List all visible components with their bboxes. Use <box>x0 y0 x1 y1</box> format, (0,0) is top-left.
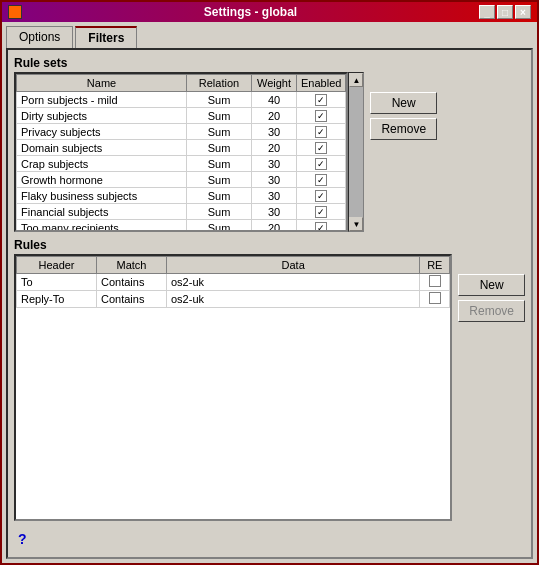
rule-set-name: Financial subjects <box>17 204 187 220</box>
rules-col-re: RE <box>420 257 450 274</box>
col-name: Name <box>17 75 187 92</box>
rule-sets-remove-button[interactable]: Remove <box>370 118 437 140</box>
title-bar: Settings - global _ □ × <box>2 2 537 22</box>
rule-sets-table: Name Relation Weight Enabled Porn subjec… <box>16 74 346 232</box>
scroll-up-arrow[interactable]: ▲ <box>349 73 363 87</box>
scroll-down-arrow[interactable]: ▼ <box>349 217 363 231</box>
rule-re[interactable] <box>420 274 450 291</box>
rule-set-name: Flaky business subjects <box>17 188 187 204</box>
rule-set-weight: 20 <box>252 108 297 124</box>
rule-set-name: Privacy subjects <box>17 124 187 140</box>
rules-section: Rules Header Match Data RE T <box>14 238 525 521</box>
rule-sets-table-wrapper: Name Relation Weight Enabled Porn subjec… <box>14 72 348 232</box>
checkbox[interactable] <box>429 275 441 287</box>
rule-set-name: Growth hormone <box>17 172 187 188</box>
rule-set-relation: Sum <box>187 188 252 204</box>
rule-set-row[interactable]: Domain subjectsSum20 <box>17 140 346 156</box>
minimize-button[interactable]: _ <box>479 5 495 19</box>
checkbox[interactable] <box>315 142 327 154</box>
settings-window: Settings - global _ □ × Options Filters … <box>0 0 539 565</box>
rule-set-enabled[interactable] <box>297 220 346 233</box>
window-controls: _ □ × <box>479 5 531 19</box>
rule-set-relation: Sum <box>187 204 252 220</box>
rules-col-data: Data <box>167 257 420 274</box>
rule-set-row[interactable]: Flaky business subjectsSum30 <box>17 188 346 204</box>
help-area: ? <box>14 527 525 551</box>
rule-header: To <box>17 274 97 291</box>
checkbox[interactable] <box>315 94 327 106</box>
checkbox[interactable] <box>315 222 327 232</box>
rule-set-relation: Sum <box>187 140 252 156</box>
checkbox[interactable] <box>315 174 327 186</box>
rule-sets-scrollbar[interactable]: ▲ ▼ <box>348 72 364 232</box>
rules-container: Header Match Data RE ToContainsos2-ukRep… <box>14 254 525 521</box>
rule-set-relation: Sum <box>187 220 252 233</box>
rule-set-relation: Sum <box>187 124 252 140</box>
tab-options[interactable]: Options <box>6 26 73 48</box>
rules-col-match: Match <box>97 257 167 274</box>
rule-set-weight: 20 <box>252 140 297 156</box>
help-icon[interactable]: ? <box>18 531 27 547</box>
scroll-track[interactable] <box>349 87 363 217</box>
rules-new-button[interactable]: New <box>458 274 525 296</box>
rules-col-header: Header <box>17 257 97 274</box>
rules-buttons: New Remove <box>458 254 525 521</box>
checkbox[interactable] <box>315 126 327 138</box>
rules-table-wrapper: Header Match Data RE ToContainsos2-ukRep… <box>14 254 452 521</box>
rule-re[interactable] <box>420 291 450 308</box>
col-relation: Relation <box>187 75 252 92</box>
rule-set-weight: 30 <box>252 204 297 220</box>
rule-set-enabled[interactable] <box>297 188 346 204</box>
app-icon <box>8 5 22 19</box>
rule-set-row[interactable]: Privacy subjectsSum30 <box>17 124 346 140</box>
title-bar-left <box>8 5 22 19</box>
rules-table: Header Match Data RE ToContainsos2-ukRep… <box>16 256 450 308</box>
rule-set-enabled[interactable] <box>297 156 346 172</box>
rule-set-weight: 30 <box>252 188 297 204</box>
col-enabled: Enabled <box>297 75 346 92</box>
rule-set-relation: Sum <box>187 92 252 108</box>
rule-match: Contains <box>97 291 167 308</box>
checkbox[interactable] <box>315 190 327 202</box>
rule-sets-new-button[interactable]: New <box>370 92 437 114</box>
rule-set-row[interactable]: Financial subjectsSum30 <box>17 204 346 220</box>
rule-set-enabled[interactable] <box>297 140 346 156</box>
rule-set-enabled[interactable] <box>297 172 346 188</box>
rule-set-weight: 40 <box>252 92 297 108</box>
rule-sets-table-scroll: Name Relation Weight Enabled Porn subjec… <box>14 72 364 232</box>
rule-row[interactable]: ToContainsos2-uk <box>17 274 450 291</box>
rules-label: Rules <box>14 238 525 252</box>
rule-match: Contains <box>97 274 167 291</box>
rule-sets-label: Rule sets <box>14 56 525 70</box>
rule-set-name: Domain subjects <box>17 140 187 156</box>
rule-set-relation: Sum <box>187 172 252 188</box>
rule-set-enabled[interactable] <box>297 92 346 108</box>
rules-remove-button[interactable]: Remove <box>458 300 525 322</box>
rule-sets-container: Name Relation Weight Enabled Porn subjec… <box>14 72 525 232</box>
rule-set-weight: 30 <box>252 124 297 140</box>
rule-set-enabled[interactable] <box>297 204 346 220</box>
rule-set-weight: 20 <box>252 220 297 233</box>
rule-data: os2-uk <box>167 274 420 291</box>
close-button[interactable]: × <box>515 5 531 19</box>
rule-set-row[interactable]: Crap subjectsSum30 <box>17 156 346 172</box>
checkbox[interactable] <box>315 110 327 122</box>
tab-filters[interactable]: Filters <box>75 26 137 48</box>
rule-set-enabled[interactable] <box>297 124 346 140</box>
rule-set-weight: 30 <box>252 156 297 172</box>
rule-set-name: Porn subjects - mild <box>17 92 187 108</box>
rule-set-row[interactable]: Dirty subjectsSum20 <box>17 108 346 124</box>
col-weight: Weight <box>252 75 297 92</box>
rule-set-row[interactable]: Too many recipientsSum20 <box>17 220 346 233</box>
rule-row[interactable]: Reply-ToContainsos2-uk <box>17 291 450 308</box>
rule-set-relation: Sum <box>187 156 252 172</box>
rule-set-enabled[interactable] <box>297 108 346 124</box>
checkbox[interactable] <box>315 158 327 170</box>
rule-data: os2-uk <box>167 291 420 308</box>
rule-set-row[interactable]: Porn subjects - mildSum40 <box>17 92 346 108</box>
rule-set-row[interactable]: Growth hormoneSum30 <box>17 172 346 188</box>
checkbox[interactable] <box>429 292 441 304</box>
maximize-button[interactable]: □ <box>497 5 513 19</box>
checkbox[interactable] <box>315 206 327 218</box>
rule-set-relation: Sum <box>187 108 252 124</box>
